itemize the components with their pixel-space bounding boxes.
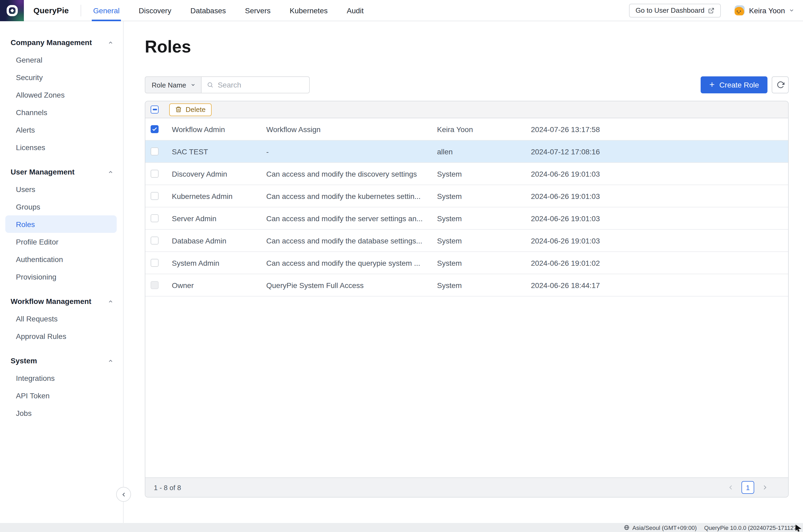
role-description: - — [266, 147, 437, 156]
delete-button[interactable]: Delete — [169, 103, 211, 116]
previous-page-button[interactable] — [728, 484, 734, 491]
role-updated-at: 2024-06-26 19:01:03 — [531, 236, 788, 245]
role-description: Workflow Assign — [266, 125, 437, 133]
sidebar-item-all-requests[interactable]: All Requests — [0, 310, 123, 327]
role-name: Kubernetes Admin — [172, 192, 266, 200]
role-description: Can access and modify the server setting… — [266, 214, 437, 223]
role-owner: allen — [437, 147, 531, 156]
role-description: Can access and modify the database setti… — [266, 236, 437, 245]
sidebar-section-header-user-management[interactable]: User Management — [0, 163, 123, 180]
user-menu[interactable]: Keira Yoon — [735, 5, 795, 15]
sidebar-section: Company ManagementGeneralSecurityAllowed… — [0, 34, 123, 156]
sidebar-item-users[interactable]: Users — [0, 180, 123, 198]
sidebar-item-profile-editor[interactable]: Profile Editor — [0, 233, 123, 250]
sidebar-item-authentication[interactable]: Authentication — [0, 250, 123, 268]
tab-general[interactable]: General — [93, 0, 120, 21]
chevron-up-icon — [108, 358, 114, 364]
sidebar-item-groups[interactable]: Groups — [0, 198, 123, 215]
row-checkbox[interactable] — [151, 259, 158, 267]
role-owner: Keira Yoon — [437, 125, 531, 133]
role-updated-at: 2024-06-26 18:44:17 — [531, 281, 788, 289]
table-row[interactable]: Discovery AdminCan access and modify the… — [145, 163, 788, 185]
table-row[interactable]: Database AdminCan access and modify the … — [145, 230, 788, 252]
go-to-user-dashboard-label: Go to User Dashboard — [635, 6, 704, 14]
role-description: Can access and modify the kubernetes set… — [266, 192, 437, 200]
role-name: System Admin — [172, 259, 266, 267]
brand-name: QueryPie — [33, 6, 69, 15]
check-icon — [152, 126, 157, 132]
sidebar-section-header-workflow-management[interactable]: Workflow Management — [0, 293, 123, 310]
row-checkbox[interactable] — [151, 148, 158, 155]
sidebar-item-licenses[interactable]: Licenses — [0, 138, 123, 156]
querypie-logo-icon — [5, 3, 19, 17]
row-checkbox-cell — [145, 148, 172, 155]
search-input[interactable] — [218, 81, 304, 89]
sidebar-item-integrations[interactable]: Integrations — [0, 369, 123, 387]
go-to-user-dashboard-button[interactable]: Go to User Dashboard — [629, 3, 721, 17]
role-owner: System — [437, 214, 531, 223]
create-role-label: Create Role — [720, 81, 759, 89]
tab-discovery[interactable]: Discovery — [138, 0, 172, 21]
sidebar-section-header-company-management[interactable]: Company Management — [0, 34, 123, 51]
product-tabs: GeneralDiscoveryDatabasesServersKubernet… — [93, 0, 382, 21]
version-label: QueryPie 10.0.0 (20240725-171127) — [704, 524, 799, 531]
chevron-right-icon — [762, 484, 768, 491]
querypie-logo[interactable] — [0, 0, 24, 21]
table-row[interactable]: System AdminCan access and modify the qu… — [145, 252, 788, 274]
trash-icon — [175, 106, 182, 113]
row-checkbox[interactable] — [151, 125, 158, 133]
table-row[interactable]: SAC TEST-allen2024-07-12 17:08:16 — [145, 140, 788, 163]
sidebar-item-security[interactable]: Security — [0, 69, 123, 86]
timezone-label: Asia/Seoul (GMT+09:00) — [632, 524, 697, 531]
plus-icon: + — [709, 80, 715, 89]
delete-label: Delete — [186, 106, 206, 114]
search-field-selector-label: Role Name — [152, 81, 186, 89]
sidebar-item-jobs[interactable]: Jobs — [0, 404, 123, 422]
role-description: Can access and modify the discovery sett… — [266, 169, 437, 178]
table-row[interactable]: Kubernetes AdminCan access and modify th… — [145, 185, 788, 207]
create-role-button[interactable]: + Create Role — [701, 76, 767, 93]
sidebar-item-alerts[interactable]: Alerts — [0, 121, 123, 138]
sidebar-section-header-system[interactable]: System — [0, 352, 123, 369]
tab-audit[interactable]: Audit — [346, 0, 364, 21]
role-description: Can access and modify the querypie syste… — [266, 259, 437, 267]
table-row[interactable]: Server AdminCan access and modify the se… — [145, 207, 788, 230]
row-checkbox[interactable] — [151, 214, 158, 222]
search-icon — [207, 81, 213, 89]
sidebar-item-channels[interactable]: Channels — [0, 103, 123, 121]
topnav-right: Go to User Dashboard Keira Yoon — [629, 3, 803, 17]
refresh-button[interactable] — [772, 76, 789, 93]
row-checkbox[interactable] — [151, 170, 158, 178]
role-name: Database Admin — [172, 236, 266, 245]
table-row[interactable]: OwnerQueryPie System Full AccessSystem20… — [145, 274, 788, 297]
tab-databases[interactable]: Databases — [190, 0, 227, 21]
chevron-up-icon — [108, 39, 114, 45]
sidebar-collapse-button[interactable] — [116, 487, 131, 502]
table-toolbar: Delete — [145, 101, 788, 118]
row-checkbox-cell — [145, 192, 172, 200]
sidebar-item-general[interactable]: General — [0, 51, 123, 69]
tab-servers[interactable]: Servers — [245, 0, 271, 21]
sidebar-item-roles[interactable]: Roles — [5, 215, 117, 233]
tab-kubernetes[interactable]: Kubernetes — [289, 0, 328, 21]
table-row[interactable]: Workflow AdminWorkflow AssignKeira Yoon2… — [145, 118, 788, 140]
search-field-selector[interactable]: Role Name — [145, 76, 202, 93]
pagination-range: 1 - 8 of 8 — [154, 483, 181, 491]
role-name: SAC TEST — [172, 147, 266, 156]
sidebar-item-approval-rules[interactable]: Approval Rules — [0, 327, 123, 345]
refresh-icon — [776, 81, 784, 89]
row-checkbox[interactable] — [151, 236, 158, 245]
app-window: QueryPie GeneralDiscoveryDatabasesServer… — [0, 0, 803, 532]
sidebar-section-title: User Management — [11, 168, 75, 176]
next-page-button[interactable] — [762, 484, 768, 491]
sidebar-item-api-token[interactable]: API Token — [0, 387, 123, 404]
select-all-checkbox[interactable] — [151, 106, 158, 114]
sidebar-item-provisioning[interactable]: Provisioning — [0, 268, 123, 285]
role-name: Server Admin — [172, 214, 266, 223]
row-checkbox-cell — [145, 214, 172, 222]
role-owner: System — [437, 236, 531, 245]
role-updated-at: 2024-07-26 13:17:58 — [531, 125, 788, 133]
row-checkbox[interactable] — [151, 192, 158, 200]
sidebar-item-allowed-zones[interactable]: Allowed Zones — [0, 86, 123, 103]
page-number-button[interactable]: 1 — [742, 481, 754, 494]
